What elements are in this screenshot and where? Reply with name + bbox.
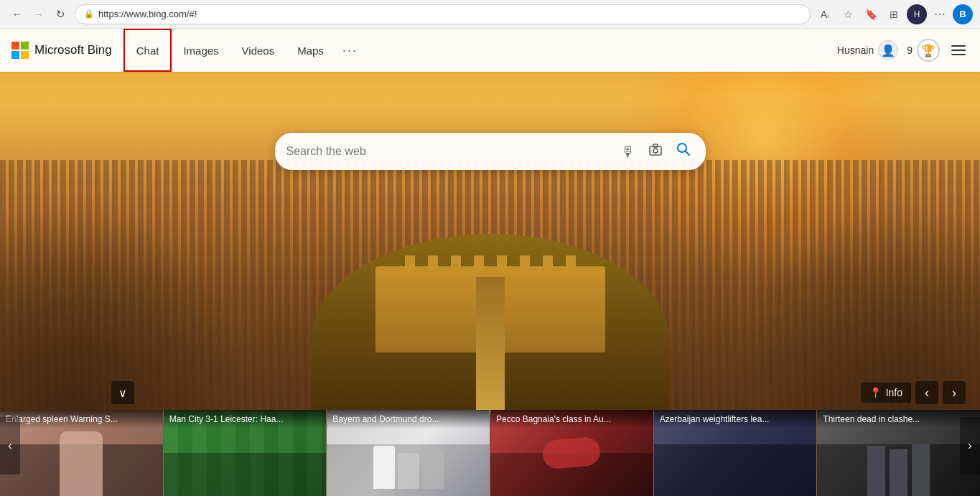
nav-link-maps[interactable]: Maps: [286, 29, 335, 72]
news-card-5[interactable]: Azerbaijan weightlifters lea...: [654, 410, 818, 496]
news-title-4: Pecco Bagnaia's class in Au...: [490, 410, 653, 429]
browser-actions: Aᵢ ☆ 🔖 ⊞ H ⋯ B: [815, 4, 973, 24]
back-button[interactable]: ←: [7, 4, 27, 24]
page: Microsoft Bing Chat Images Videos Maps ·…: [0, 29, 980, 496]
camera-button[interactable]: [645, 140, 666, 164]
news-card-4[interactable]: Pecco Bagnaia's class in Au...: [490, 410, 654, 496]
ms-logo-blue: [11, 51, 19, 59]
svg-point-2: [653, 149, 658, 153]
news-card-3[interactable]: Bayern and Dortmund dro...: [327, 410, 490, 496]
more-button[interactable]: ⋯: [930, 4, 950, 24]
bing-copilot-button[interactable]: B: [953, 4, 973, 24]
ham-line-3: [951, 54, 966, 55]
collections-button[interactable]: ⊞: [884, 4, 904, 24]
news-bar: Enlarged spleen Warning S... Man City 3-…: [0, 410, 980, 496]
logo-text: Microsoft Bing: [34, 43, 112, 57]
search-box: 🎙: [275, 133, 706, 170]
bottom-info-bar: 📍 Info ‹ ›: [861, 381, 966, 404]
news-title-2: Man City 3-1 Leicester: Haa...: [164, 410, 327, 429]
rewards-area[interactable]: 9 🏆: [907, 39, 940, 62]
news-card-1[interactable]: Enlarged spleen Warning S...: [0, 410, 164, 496]
nav-link-videos[interactable]: Videos: [230, 29, 286, 72]
forward-button[interactable]: →: [29, 4, 49, 24]
news-nav-left[interactable]: ‹: [0, 417, 20, 474]
news-title-1: Enlarged spleen Warning S...: [0, 410, 163, 429]
svg-line-4: [685, 151, 689, 156]
user-avatar: 👤: [878, 40, 898, 60]
svg-rect-0: [650, 146, 661, 155]
browser-chrome: ← → ↻ 🔒 https://www.bing.com/#! Aᵢ ☆ 🔖 ⊞…: [0, 0, 980, 29]
news-card-2[interactable]: Man City 3-1 Leicester: Haa...: [164, 410, 327, 496]
url-text: https://www.bing.com/#!: [98, 9, 801, 19]
nav-buttons: ← → ↻: [7, 4, 70, 24]
search-container: 🎙: [275, 133, 706, 170]
navbar-right: Husnain 👤 9 🏆: [837, 39, 969, 62]
user-area[interactable]: Husnain 👤: [837, 40, 898, 60]
next-bg-button[interactable]: ›: [943, 381, 966, 404]
refresh-button[interactable]: ↻: [50, 4, 70, 24]
ham-line-2: [951, 50, 966, 51]
scroll-down-button[interactable]: ∨: [111, 381, 134, 404]
address-bar[interactable]: 🔒 https://www.bing.com/#!: [75, 4, 811, 24]
prev-bg-button[interactable]: ‹: [915, 381, 938, 404]
mic-button[interactable]: 🎙: [618, 141, 638, 163]
navbar: Microsoft Bing Chat Images Videos Maps ·…: [0, 29, 980, 72]
lock-icon: 🔒: [84, 9, 94, 19]
nav-link-chat[interactable]: Chat: [123, 29, 172, 72]
nav-link-more[interactable]: ···: [335, 29, 365, 72]
news-title-6: Thirteen dead in clashe...: [817, 410, 980, 429]
read-mode-button[interactable]: Aᵢ: [815, 4, 835, 24]
profile-button[interactable]: H: [907, 4, 927, 24]
info-label: Info: [886, 387, 902, 398]
rewards-count: 9: [907, 45, 913, 56]
ms-logo-red: [11, 42, 19, 50]
ms-logo-yellow: [21, 51, 29, 59]
ham-line-1: [951, 45, 966, 47]
favorites-button[interactable]: 🔖: [861, 4, 881, 24]
trophy-icon: 🏆: [917, 39, 940, 62]
info-button[interactable]: 📍 Info: [861, 383, 911, 403]
search-input[interactable]: [286, 142, 618, 161]
nav-links: Chat Images Videos Maps ···: [123, 29, 365, 72]
svg-rect-1: [653, 144, 658, 147]
ms-logo: [11, 42, 29, 59]
search-submit-button[interactable]: [673, 139, 694, 164]
ms-logo-green: [21, 42, 29, 50]
nav-link-images[interactable]: Images: [172, 29, 230, 72]
star-button[interactable]: ☆: [838, 4, 858, 24]
news-title-3: Bayern and Dortmund dro...: [327, 410, 490, 429]
logo-area[interactable]: Microsoft Bing: [11, 42, 112, 59]
hamburger-button[interactable]: [948, 42, 969, 58]
news-title-5: Azerbaijan weightlifters lea...: [654, 410, 817, 429]
info-pin-icon: 📍: [869, 387, 882, 398]
search-icons: 🎙: [618, 139, 694, 164]
user-name: Husnain: [837, 45, 874, 56]
news-card-6[interactable]: Thirteen dead in clashe...: [817, 410, 980, 496]
news-nav-right[interactable]: ›: [960, 417, 980, 474]
